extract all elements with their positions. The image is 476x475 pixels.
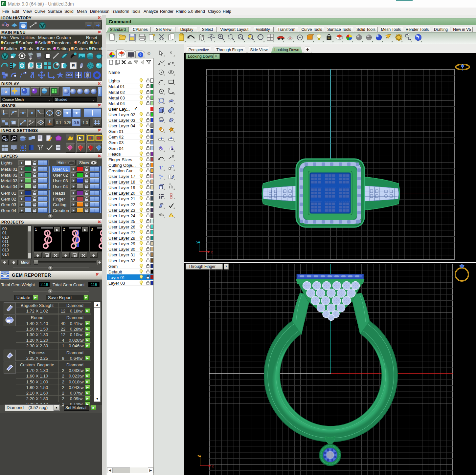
svg-text:T: T — [159, 165, 163, 170]
svg-text:!!!: !!! — [169, 183, 171, 185]
svg-text:x: x — [211, 250, 213, 254]
svg-text:2: 2 — [63, 227, 65, 232]
svg-text:R: R — [72, 63, 75, 68]
svg-text:3: 3 — [91, 227, 93, 232]
svg-text:?: ? — [139, 53, 142, 57]
svg-text:45: 45 — [28, 119, 31, 122]
svg-text:z: z — [197, 454, 199, 458]
svg-text:1: 1 — [35, 227, 37, 232]
svg-text:?: ? — [417, 35, 419, 40]
svg-text:y: y — [196, 240, 198, 244]
svg-text:x: x — [212, 464, 214, 468]
